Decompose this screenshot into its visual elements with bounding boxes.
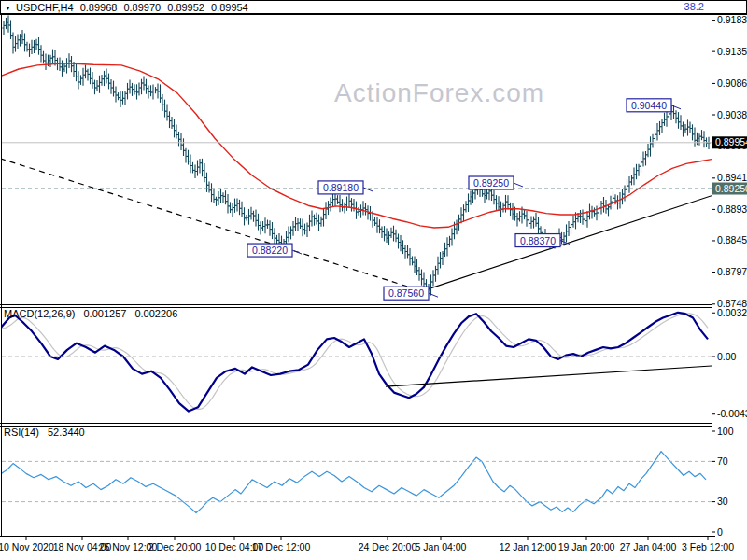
chart-canvas[interactable]: 0.904400.892500.891800.883700.882200.875… xyxy=(0,0,747,560)
price-axis-label: 0.90380 xyxy=(717,109,747,120)
macd-label: MACD(12,26,9) xyxy=(4,308,75,319)
series-line xyxy=(0,314,708,410)
price-callout: 0.89180 xyxy=(318,181,373,194)
price-callout: 0.89250 xyxy=(469,176,523,189)
rsi-panel[interactable] xyxy=(0,452,706,513)
macd-axis-label: 0.003269 xyxy=(717,307,747,318)
support-level-badge: 0.89250 xyxy=(712,183,747,195)
macd-value-signal: 0.002206 xyxy=(134,308,177,319)
macd-axis-label: -0.004316 xyxy=(717,408,747,419)
time-axis-label: 3 Feb 12:00 xyxy=(682,541,734,553)
price-axis-label: 0.88450 xyxy=(717,234,747,245)
rsi-pane-header: RSI(14) 52.3440 xyxy=(4,427,91,438)
time-axis-label: 2 Dec 20:00 xyxy=(148,541,202,553)
price-axis-label: 0.90860 xyxy=(717,77,747,89)
rsi-axis-label: 0 xyxy=(717,526,723,538)
time-axis-label: 12 Jan 12:00 xyxy=(500,541,557,553)
price-panel[interactable] xyxy=(0,16,712,296)
price-axis-label: 0.88930 xyxy=(717,203,747,215)
svg-text:0.89180: 0.89180 xyxy=(323,182,359,193)
time-axis-label: 19 Jan 20:00 xyxy=(558,541,615,553)
macd-value-main: 0.001257 xyxy=(83,308,126,319)
macd-pane-header: MACD(12,26,9) 0.001257 0.002206 xyxy=(4,308,183,319)
current-price-badge: 0.89954 xyxy=(712,136,747,148)
time-axis-label: 27 Jan 04:00 xyxy=(620,541,677,553)
rsi-axis-label: 70 xyxy=(717,455,728,467)
time-axis-label: 5 Jan 04:00 xyxy=(416,541,467,553)
rsi-label: RSI(14) xyxy=(4,427,39,438)
time-axis-label: 24 Dec 20:00 xyxy=(359,541,417,553)
series-line xyxy=(0,452,706,513)
svg-text:0.88370: 0.88370 xyxy=(520,235,556,246)
svg-text:0.90440: 0.90440 xyxy=(631,100,667,111)
price-axis-label: 0.91350 xyxy=(717,46,747,57)
macd-axis-label: 0.00 xyxy=(717,351,737,362)
price-bars xyxy=(2,16,710,296)
rsi-value: 52.3440 xyxy=(48,427,85,438)
series-line xyxy=(0,313,708,412)
time-axis-label: 17 Dec 12:00 xyxy=(252,541,311,553)
svg-text:0.89250: 0.89250 xyxy=(473,177,509,189)
price-callout: 0.88220 xyxy=(247,244,302,257)
price-callout: 0.90440 xyxy=(627,99,681,112)
rsi-axis-label: 30 xyxy=(717,496,728,507)
descending-trendline[interactable] xyxy=(0,159,422,291)
svg-text:0.89954: 0.89954 xyxy=(715,136,747,147)
price-axis-label: 0.91830 xyxy=(717,14,747,25)
macd-panel[interactable] xyxy=(0,313,712,412)
chart-window: ▼ USDCHF,H4 0.89968 0.89970 0.89952 0.89… xyxy=(0,0,747,560)
svg-text:0.89250: 0.89250 xyxy=(715,183,747,194)
rsi-axis-label: 100 xyxy=(717,426,734,437)
time-axis-label: 10 Nov 2020 xyxy=(0,541,54,553)
svg-text:0.87560: 0.87560 xyxy=(388,287,424,299)
price-axis-label: 0.87970 xyxy=(717,266,747,277)
svg-text:0.88220: 0.88220 xyxy=(252,245,288,256)
